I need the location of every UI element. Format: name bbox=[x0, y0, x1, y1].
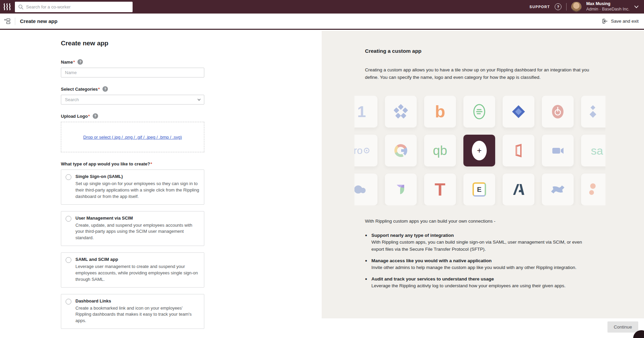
option-title: User Management via SCIM bbox=[75, 216, 199, 221]
name-help-icon[interactable]: ? bbox=[77, 59, 83, 65]
search-input[interactable] bbox=[26, 4, 129, 9]
tile-green-oval-lines-icon bbox=[463, 96, 495, 128]
tile-numeral-logo-icon: 1 bbox=[354, 96, 377, 128]
categories-field-group: Select Categories* ? bbox=[61, 86, 204, 105]
benefit-description: Invite other admins to help manage the c… bbox=[371, 264, 592, 271]
bullet-dot: ● bbox=[365, 258, 367, 263]
app-type-question: What type of app would you like to creat… bbox=[61, 161, 152, 166]
search-icon bbox=[18, 4, 23, 9]
chevron-down-icon[interactable] bbox=[634, 5, 639, 8]
option-single-sign-on[interactable]: Single Sign-on (SAML) Set up single sign… bbox=[61, 170, 204, 205]
create-app-form: Create new app Name* ? Select Categories… bbox=[61, 40, 204, 335]
bullet-dot: ● bbox=[365, 277, 367, 281]
app-tile-grid: 1 b bbox=[354, 96, 605, 205]
tile-video-camera-icon bbox=[542, 135, 574, 166]
tile-letter-a-icon bbox=[503, 174, 534, 205]
support-link[interactable]: SUPPORT bbox=[530, 5, 550, 9]
save-and-exit-button[interactable]: Save and exit bbox=[602, 18, 639, 24]
categories-label: Select Categories* bbox=[61, 87, 100, 92]
tile-letter-b-icon: b bbox=[424, 96, 456, 128]
upload-logo-label: Upload Logo* bbox=[61, 114, 90, 119]
categories-help-icon[interactable]: ? bbox=[102, 86, 108, 92]
tile-cloud-blob-icon bbox=[354, 174, 377, 205]
header-divider bbox=[15, 18, 15, 25]
option-saml-and-scim[interactable]: SAML and SCIM app Leverage user manageme… bbox=[61, 252, 204, 288]
connections-line: With Rippling custom apps you can build … bbox=[365, 219, 496, 224]
top-navigation-bar: SUPPORT ? Max Musing Admin · BaseDash In… bbox=[0, 0, 644, 14]
option-description: Leverage user management to create and s… bbox=[75, 264, 199, 283]
page-title: Create new app bbox=[20, 18, 58, 24]
benefit-description: Leverage the Rippling acitivty log to un… bbox=[371, 283, 592, 290]
topbar-right-cluster: SUPPORT ? Max Musing Admin · BaseDash In… bbox=[530, 1, 644, 12]
tile-ro-target-icon: ro bbox=[354, 135, 377, 166]
required-asterisk: * bbox=[88, 114, 90, 119]
tile-sa-text-icon: sa bbox=[581, 135, 605, 166]
benefit-title: Audit and track your services to underst… bbox=[371, 276, 592, 281]
aside-intro: Creating a custom app allows you to have… bbox=[365, 66, 594, 81]
required-asterisk: * bbox=[98, 87, 100, 92]
topbar-divider bbox=[566, 3, 567, 10]
help-icon[interactable]: ? bbox=[555, 3, 561, 10]
tile-e-card-icon: E bbox=[463, 174, 495, 205]
tile-custom-app-plus-icon: + bbox=[463, 135, 495, 166]
benefit-item: ● Manage access like you would with a na… bbox=[365, 258, 592, 271]
benefit-item: ● Support nearly any type of integration… bbox=[365, 233, 592, 253]
tile-jira-diamond-icon bbox=[503, 96, 534, 128]
option-description: Create a bookmarked link and icon on you… bbox=[75, 305, 199, 324]
option-description: Set up single sign-on for your employees… bbox=[75, 181, 199, 200]
benefit-item: ● Audit and track your services to under… bbox=[365, 276, 592, 290]
option-user-management-scim[interactable]: User Management via SCIM Create, update,… bbox=[61, 211, 204, 246]
logo-dropzone[interactable]: Drop or select (.jpg / .png / .gif / .jp… bbox=[61, 122, 204, 152]
name-label: Name* bbox=[61, 60, 75, 65]
user-avatar[interactable] bbox=[571, 2, 581, 12]
tile-office-icon bbox=[503, 135, 534, 166]
rippling-logo-icon[interactable] bbox=[3, 3, 12, 10]
tile-power-button-icon bbox=[542, 96, 574, 128]
page: SUPPORT ? Max Musing Admin · BaseDash In… bbox=[0, 0, 644, 338]
tile-quickbooks-icon: qb bbox=[424, 135, 456, 166]
coworker-search-box[interactable] bbox=[15, 2, 133, 12]
radio-button[interactable] bbox=[66, 299, 71, 305]
user-name: Max Musing bbox=[586, 1, 629, 7]
option-title: Dashboard Links bbox=[75, 298, 199, 303]
radio-button[interactable] bbox=[66, 257, 71, 263]
categories-select[interactable] bbox=[61, 95, 204, 105]
tile-confluence-waves-icon bbox=[542, 174, 574, 205]
benefit-title: Manage access like you would with a nati… bbox=[371, 258, 592, 263]
upload-logo-group: Upload Logo* ? Drop or select (.jpg / .p… bbox=[61, 113, 204, 152]
tile-pentagon-star-icon bbox=[385, 96, 417, 128]
benefit-description: With Rippling custom apps, you can build… bbox=[371, 239, 592, 253]
user-role: Admin · BaseDash Inc. bbox=[586, 7, 629, 12]
tile-google-g-icon bbox=[385, 135, 417, 166]
aside-heading: Creating a custom app bbox=[365, 48, 421, 54]
form-heading: Create new app bbox=[61, 40, 204, 47]
user-menu[interactable]: Max Musing Admin · BaseDash Inc. bbox=[586, 1, 629, 12]
task-list-plus-icon[interactable] bbox=[4, 18, 11, 25]
name-field-group: Name* ? bbox=[61, 59, 204, 77]
option-title: Single Sign-on (SAML) bbox=[75, 174, 199, 179]
dropzone-link[interactable]: Drop or select (.jpg / .png / .gif / .jp… bbox=[83, 135, 182, 140]
upload-help-icon[interactable]: ? bbox=[93, 113, 98, 119]
option-dashboard-links[interactable]: Dashboard Links Create a bookmarked link… bbox=[61, 294, 204, 329]
required-asterisk: * bbox=[151, 161, 152, 166]
name-input[interactable] bbox=[61, 68, 204, 77]
benefit-title: Support nearly any type of integration bbox=[371, 233, 592, 238]
bullet-dot: ● bbox=[365, 233, 367, 237]
tile-diamonds-icon bbox=[581, 96, 605, 128]
benefits-list: ● Support nearly any type of integration… bbox=[365, 233, 592, 295]
continue-button[interactable]: Continue bbox=[607, 321, 638, 333]
radio-button[interactable] bbox=[66, 174, 71, 180]
tile-leaf-icon bbox=[385, 174, 417, 205]
option-title: SAML and SCIM app bbox=[75, 257, 199, 262]
required-asterisk: * bbox=[73, 60, 75, 65]
tile-letter-t-icon: T bbox=[424, 174, 456, 205]
tile-peach-dots-icon bbox=[581, 174, 605, 205]
option-description: Create, update, and suspend your employe… bbox=[75, 222, 199, 242]
exit-icon bbox=[602, 18, 608, 24]
page-header: Create new app Save and exit bbox=[0, 14, 644, 30]
save-and-exit-label: Save and exit bbox=[611, 19, 639, 24]
radio-button[interactable] bbox=[66, 216, 71, 222]
categories-search-input[interactable] bbox=[61, 95, 204, 105]
